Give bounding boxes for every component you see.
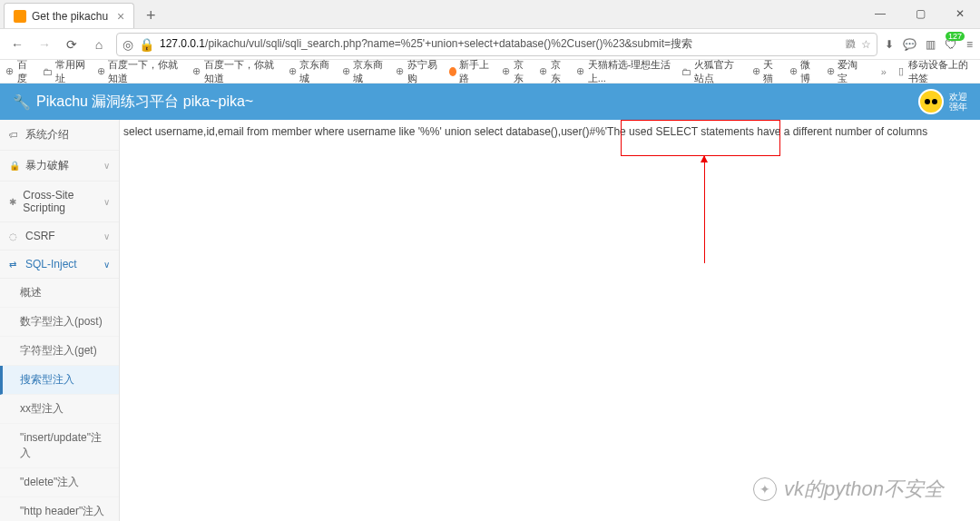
bookmark-star-icon[interactable]: ☆	[861, 38, 871, 51]
globe-icon: ⊕	[576, 66, 585, 77]
globe-icon: ⊕	[192, 66, 201, 77]
globe-icon: ⊕	[341, 66, 350, 77]
bookmark-bar: ⊕百度 🗀常用网址 ⊕百度一下，你就知道 ⊕百度一下，你就知道 ⊕京东商城 ⊕京…	[0, 60, 980, 84]
address-bar[interactable]: ◎ 🔒 127.0.0.1/pikachu/vul/sqli/sqli_sear…	[116, 33, 877, 56]
lock-icon: 🔒	[139, 37, 154, 52]
library-icon[interactable]: ▥	[926, 38, 936, 51]
folder-icon: 🗀	[681, 66, 691, 77]
chevron-down-icon: ∨	[103, 161, 110, 171]
sidebar-item-csrf[interactable]: ◌CSRF∨	[0, 222, 119, 251]
close-tab-icon[interactable]: ×	[117, 9, 124, 24]
app-title: Pikachu 漏洞练习平台 pika~pika~	[36, 93, 253, 112]
sidebar-sub-numeric[interactable]: 数字型注入(post)	[0, 308, 119, 337]
globe-icon: ⊕	[539, 66, 548, 77]
window-controls: — ▢ ✕	[860, 0, 980, 28]
watermark-text: vk的python不安全	[784, 476, 944, 503]
bookmark-item[interactable]: ⊕天猫	[752, 58, 780, 85]
browser-tab[interactable]: Get the pikachu ×	[4, 3, 134, 28]
sidebar-sub-xx[interactable]: xx型注入	[0, 395, 119, 424]
fire-icon	[449, 67, 456, 76]
url-text: 127.0.0.1/pikachu/vul/sqli/sqli_search.p…	[160, 36, 840, 52]
bookmark-item[interactable]: 🗀常用网址	[43, 58, 87, 85]
sidebar-sub-header[interactable]: "http header"注入	[0, 497, 119, 521]
folder-icon: 🗀	[43, 66, 53, 77]
sidebar-sub-string[interactable]: 字符型注入(get)	[0, 337, 119, 366]
globe-icon: ⊕	[5, 66, 15, 77]
menu-icon[interactable]: ≡	[966, 38, 973, 51]
back-button[interactable]: ←	[7, 34, 27, 54]
bookmark-overflow[interactable]: »	[881, 66, 887, 77]
bookmark-item[interactable]: 🗀火狐官方站点	[681, 58, 743, 85]
minimize-button[interactable]: —	[860, 0, 900, 28]
window-titlebar: Get the pikachu × + — ▢ ✕	[0, 0, 980, 29]
wechat-icon: ✦	[753, 477, 777, 501]
sidebar: 🏷系统介绍 🔒暴力破解∨ ✱Cross-Site Scripting∨ ◌CSR…	[0, 120, 120, 521]
db-icon: ⇄	[9, 260, 20, 270]
reader-icon[interactable]: 覹	[846, 37, 856, 51]
home-button[interactable]: ⌂	[89, 34, 109, 54]
bookmark-item[interactable]: ⊕京东商城	[288, 58, 332, 85]
close-button[interactable]: ✕	[940, 0, 980, 28]
bookmark-item[interactable]: ⊕京东	[502, 58, 530, 85]
lock-icon: 🔒	[9, 161, 20, 171]
toolbar-actions: ⬇ 💬 ▥ 🛡 ≡	[885, 37, 973, 52]
sidebar-item-brute[interactable]: 🔒暴力破解∨	[0, 151, 119, 182]
content-area: select username,id,email from member whe…	[120, 120, 980, 521]
bookmark-item[interactable]: 新手上路	[449, 58, 493, 85]
app-header: 🔧 Pikachu 漏洞练习平台 pika~pika~ 欢迎 强年	[0, 84, 980, 120]
maximize-button[interactable]: ▢	[900, 0, 940, 28]
globe-icon: ⊕	[288, 66, 297, 77]
user-area[interactable]: 欢迎 强年	[918, 89, 967, 114]
chevron-down-icon: ∨	[103, 231, 110, 241]
globe-icon: ⊕	[502, 66, 511, 77]
bookmark-item[interactable]: ⊕爱淘宝	[827, 58, 863, 85]
sidebar-sub-delete[interactable]: "delete"注入	[0, 468, 119, 497]
sidebar-item-sqli[interactable]: ⇄SQL-Inject∨	[0, 251, 119, 279]
chevron-down-icon: ∨	[103, 260, 110, 270]
bookmark-item[interactable]: ⊕百度一下，你就知道	[192, 58, 279, 85]
shield-icon: ◎	[122, 37, 133, 52]
sidebar-sub-search[interactable]: 搜索型注入	[0, 366, 119, 395]
favicon	[14, 10, 26, 23]
bookmark-item[interactable]: ⊕京东商城	[341, 58, 386, 85]
mobile-icon: ▯	[897, 66, 906, 77]
sidebar-sub-overview[interactable]: 概述	[0, 279, 119, 308]
bookmark-item[interactable]: ⊕天猫精选-理想生活上...	[576, 58, 672, 85]
chat-icon[interactable]: 💬	[903, 38, 916, 51]
tab-strip: Get the pikachu × +	[0, 3, 162, 28]
bug-icon: ✱	[9, 197, 17, 207]
browser-toolbar: ← → ⟳ ⌂ ◎ 🔒 127.0.0.1/pikachu/vul/sqli/s…	[0, 29, 980, 60]
chevron-down-icon: ∨	[103, 197, 110, 207]
watermark: ✦ vk的python不安全	[753, 476, 944, 503]
bookmark-item[interactable]: ⊕微博	[789, 58, 818, 85]
bookmark-item[interactable]: ⊕百度	[5, 58, 34, 85]
bookmark-item[interactable]: ⊕京东	[539, 58, 567, 85]
annotation-arrow	[704, 156, 705, 263]
sidebar-item-intro[interactable]: 🏷系统介绍	[0, 120, 119, 151]
new-tab-button[interactable]: +	[140, 5, 162, 26]
download-icon[interactable]: ⬇	[885, 38, 894, 51]
welcome-name: 强年	[949, 102, 967, 112]
globe-icon: ⊕	[789, 66, 799, 77]
globe-icon: ⊕	[752, 66, 761, 77]
bookmark-item[interactable]: ▯移动设备上的书签	[897, 58, 975, 85]
tab-title: Get the pikachu	[32, 10, 108, 23]
globe-icon: ⊕	[396, 66, 405, 77]
welcome-text: 欢迎	[949, 92, 967, 102]
circle-icon: ◌	[9, 231, 20, 241]
sql-error-text: select username,id,email from member whe…	[123, 125, 980, 138]
forward-button[interactable]: →	[34, 34, 54, 54]
bookmark-item[interactable]: ⊕百度一下，你就知道	[96, 58, 182, 85]
globe-icon: ⊕	[96, 66, 105, 77]
key-icon: 🔧	[13, 93, 31, 111]
sidebar-sub-insert[interactable]: "insert/update"注入	[0, 424, 119, 468]
sidebar-item-xss[interactable]: ✱Cross-Site Scripting∨	[0, 182, 119, 222]
reload-button[interactable]: ⟳	[62, 34, 82, 54]
bookmark-item[interactable]: ⊕苏宁易购	[396, 58, 440, 85]
globe-icon: ⊕	[827, 66, 836, 77]
tag-icon: 🏷	[9, 130, 20, 140]
extension-badge-icon[interactable]: 🛡	[945, 37, 957, 52]
pikachu-avatar	[918, 89, 944, 114]
